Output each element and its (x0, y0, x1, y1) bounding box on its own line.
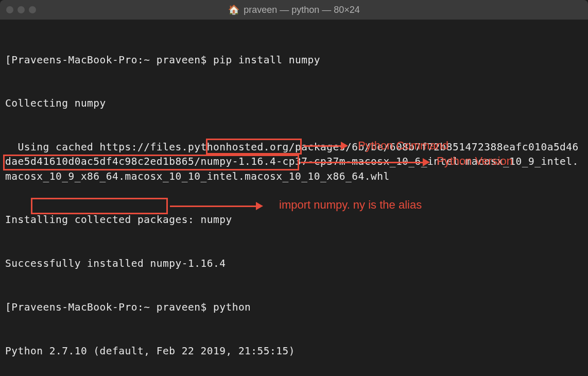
close-icon[interactable] (6, 6, 13, 13)
command-text: pip install numpy (213, 54, 320, 66)
shell-prompt: [Praveens-MacBook-Pro:~ praveen$ (5, 54, 213, 66)
window-titlebar: 🏠 praveen — python — 80×24 (0, 0, 588, 20)
terminal-line: Installing collected packages: numpy (5, 213, 583, 227)
shell-prompt: [Praveens-MacBook-Pro:~ praveen$ (5, 301, 213, 313)
terminal-window: 🏠 praveen — python — 80×24 [Praveens-Mac… (0, 0, 588, 376)
terminal-line: Successfully installed numpy-1.16.4 (5, 257, 583, 271)
terminal-line: [Praveens-MacBook-Pro:~ praveen$ python (5, 300, 583, 315)
annotation-label-python-command: Python Command (358, 139, 448, 152)
command-text: python (213, 301, 251, 313)
traffic-lights (6, 6, 36, 13)
minimize-icon[interactable] (18, 6, 25, 13)
annotation-label-python-version: Python Version (437, 155, 513, 168)
terminal-line: Collecting numpy (5, 96, 583, 111)
terminal-line: Python 2.7.10 (default, Feb 22 2019, 21:… (5, 344, 583, 358)
terminal-content[interactable]: [Praveens-MacBook-Pro:~ praveen$ pip ins… (0, 20, 588, 376)
annotation-label-import-numpy: import numpy. ny is the alias (279, 198, 422, 212)
window-title: 🏠 praveen — python — 80×24 (228, 4, 360, 15)
terminal-line: [Praveens-MacBook-Pro:~ praveen$ pip ins… (5, 53, 583, 67)
window-title-text: praveen — python — 80×24 (244, 5, 360, 15)
home-icon: 🏠 (228, 4, 239, 15)
maximize-icon[interactable] (29, 6, 36, 13)
